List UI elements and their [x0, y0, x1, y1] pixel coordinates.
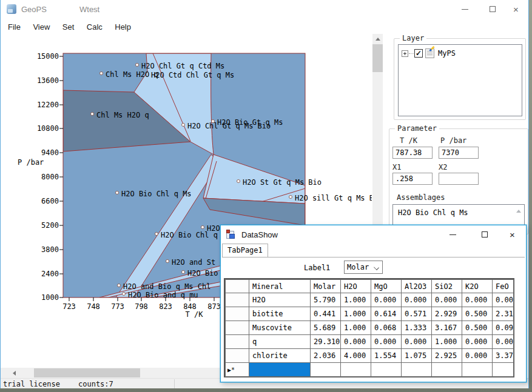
- menu-help[interactable]: Help: [110, 21, 136, 33]
- layer-edit-icon[interactable]: [425, 48, 434, 58]
- column-header[interactable]: SiO2: [432, 280, 462, 293]
- table-cell[interactable]: 0.099: [493, 321, 514, 335]
- new-row-indicator[interactable]: ▶*: [226, 363, 249, 377]
- datashow-minimize-button[interactable]: [439, 225, 466, 244]
- table-cell[interactable]: [371, 363, 402, 377]
- column-header[interactable]: Al2O3: [402, 280, 432, 293]
- table-cell[interactable]: 0.000: [462, 293, 493, 307]
- close-button[interactable]: ×: [502, 0, 530, 18]
- layer-name: MyPS: [438, 49, 456, 58]
- table-cell[interactable]: [341, 363, 371, 377]
- table-cell[interactable]: 0.000: [462, 335, 493, 349]
- selected-cell[interactable]: [249, 363, 311, 377]
- table-cell[interactable]: chlorite: [249, 349, 311, 363]
- table-cell[interactable]: 1.000: [341, 293, 371, 307]
- row-header[interactable]: [226, 321, 249, 335]
- table-cell[interactable]: 2.925: [432, 349, 462, 363]
- layer-tree-item-myps[interactable]: ✓ MyPS: [402, 48, 456, 58]
- menu-set[interactable]: Set: [58, 21, 79, 33]
- unit-dropdown[interactable]: Molar: [344, 261, 383, 274]
- mineral-data-grid[interactable]: MineralMolarH2OMgOAl2O3SiO2K2OFeO H2O5.7…: [224, 278, 514, 377]
- table-cell[interactable]: H2O: [249, 293, 311, 307]
- table-cell[interactable]: Muscovite: [249, 321, 311, 335]
- column-header[interactable]: H2O: [341, 280, 371, 293]
- scroll-up-icon[interactable]: [516, 210, 521, 213]
- column-header[interactable]: K2O: [462, 280, 493, 293]
- minimize-button[interactable]: [451, 0, 479, 18]
- table-cell[interactable]: biotite: [249, 307, 311, 321]
- menu-file[interactable]: File: [3, 21, 25, 33]
- layer-tree[interactable]: ✓ MyPS: [398, 44, 522, 116]
- table-cell[interactable]: 4.000: [341, 349, 371, 363]
- table-cell[interactable]: 1.075: [402, 349, 432, 363]
- column-header[interactable]: FeO: [493, 280, 514, 293]
- x2-field[interactable]: [439, 173, 479, 185]
- table-cell[interactable]: [311, 363, 341, 377]
- table-cell[interactable]: [493, 363, 514, 377]
- table-cell[interactable]: 5.790: [311, 293, 341, 307]
- table-cell[interactable]: 0.614: [371, 307, 402, 321]
- scroll-up-arrow-icon[interactable]: [372, 34, 383, 44]
- table-cell[interactable]: 0.000: [493, 293, 514, 307]
- table-cell[interactable]: 0.000: [493, 335, 514, 349]
- datashow-maximize-button[interactable]: [471, 225, 498, 244]
- table-cell[interactable]: 0.000: [402, 293, 432, 307]
- p-field[interactable]: [439, 147, 479, 159]
- table-cell[interactable]: 0.500: [462, 321, 493, 335]
- region-label: Chl Ms H2O q: [106, 70, 158, 79]
- table-cell[interactable]: 1.000: [341, 321, 371, 335]
- tree-expand-icon[interactable]: [402, 50, 408, 57]
- table-cell[interactable]: 0.000: [371, 293, 402, 307]
- table-cell[interactable]: [432, 363, 462, 377]
- table-cell[interactable]: 0.000: [432, 293, 462, 307]
- row-header[interactable]: [226, 293, 249, 307]
- table-cell[interactable]: 3.167: [432, 321, 462, 335]
- table-cell[interactable]: 0.000: [462, 349, 493, 363]
- row-header[interactable]: [226, 335, 249, 349]
- table-cell[interactable]: 1.554: [371, 349, 402, 363]
- table-cell[interactable]: [402, 363, 432, 377]
- row-header-corner[interactable]: [226, 280, 249, 293]
- row-header[interactable]: [226, 307, 249, 321]
- scroll-left-arrow-icon[interactable]: [9, 368, 19, 378]
- datashow-titlebar[interactable]: DataShow ×: [221, 225, 526, 244]
- table-cell[interactable]: 1.333: [402, 321, 432, 335]
- table-cell[interactable]: 0.441: [311, 307, 341, 321]
- table-cell[interactable]: 5.689: [311, 321, 341, 335]
- table-cell[interactable]: 1.000: [432, 335, 462, 349]
- table-cell[interactable]: 0.000: [402, 335, 432, 349]
- table-cell[interactable]: 0.571: [402, 307, 432, 321]
- datashow-close-button[interactable]: ×: [499, 225, 526, 244]
- x-tick-label: 848: [183, 302, 197, 311]
- table-cell[interactable]: 2.315: [493, 307, 514, 321]
- tab-tabpage1[interactable]: TabPage1: [222, 244, 268, 257]
- t-field[interactable]: [392, 147, 433, 159]
- table-cell[interactable]: 3.372: [493, 349, 514, 363]
- region-marker-icon: [116, 191, 119, 194]
- row-header[interactable]: [226, 349, 249, 363]
- column-header[interactable]: Molar: [311, 280, 341, 293]
- table-cell[interactable]: 0.068: [371, 321, 402, 335]
- column-header[interactable]: Mineral: [249, 280, 311, 293]
- y-tick-label: 10800: [37, 124, 59, 133]
- column-header[interactable]: MgO: [371, 280, 402, 293]
- table-cell[interactable]: [462, 363, 493, 377]
- vertical-scroll-thumb[interactable]: [372, 44, 383, 72]
- region-label: H2O Bio: [187, 269, 218, 277]
- table-cell[interactable]: 29.310: [311, 335, 341, 349]
- close-icon: ×: [510, 230, 515, 239]
- table-cell[interactable]: 0.000: [341, 335, 371, 349]
- table-cell[interactable]: 1.000: [341, 307, 371, 321]
- table-cell[interactable]: 0.000: [371, 335, 402, 349]
- datashow-window[interactable]: DataShow × TabPage1 Label1 Molar Mineral…: [220, 225, 527, 382]
- table-cell[interactable]: 2.036: [311, 349, 341, 363]
- table-cell[interactable]: 0.500: [462, 307, 493, 321]
- horizontal-scroll-thumb[interactable]: [34, 368, 140, 377]
- titlebar[interactable]: GeoPS Wtest ×: [1, 0, 528, 18]
- menu-view[interactable]: View: [28, 21, 55, 33]
- layer-visibility-checkbox[interactable]: ✓: [414, 49, 423, 58]
- x1-field[interactable]: [392, 173, 433, 185]
- table-cell[interactable]: 2.929: [432, 307, 462, 321]
- menu-calc[interactable]: Calc: [82, 21, 107, 33]
- table-cell[interactable]: q: [249, 335, 311, 349]
